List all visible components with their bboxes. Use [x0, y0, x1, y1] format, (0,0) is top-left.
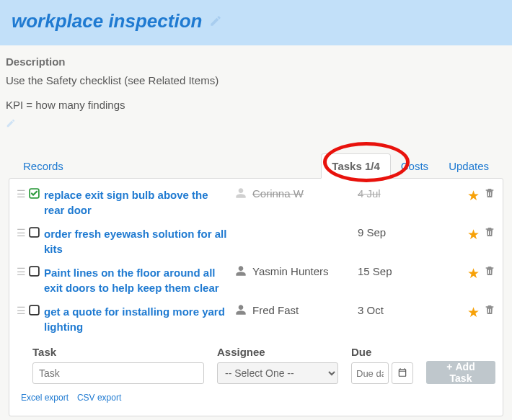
svg-rect-3 [30, 305, 39, 315]
tab-records[interactable]: Records [13, 154, 74, 178]
add-task-form: Task Assignee -- Select One -- Due [17, 339, 495, 384]
task-field-label: Task [32, 346, 204, 358]
task-link[interactable]: replace exit sign bulb above the rear do… [44, 189, 208, 216]
checkbox-checked-icon[interactable] [28, 187, 44, 202]
checkbox-unchecked-icon[interactable] [28, 265, 44, 280]
description-label: Description [6, 55, 506, 68]
trash-icon[interactable] [484, 226, 495, 241]
task-row: ☰ Paint lines on the floor around all ex… [17, 261, 495, 300]
task-row: ☰ get a quote for installing more yard l… [17, 300, 495, 339]
task-row: ☰ replace exit sign bulb above the rear … [17, 183, 495, 222]
add-task-button[interactable]: +Add Task [426, 361, 495, 384]
tab-costs[interactable]: Costs [391, 154, 438, 178]
assignee-name: Yasmin Hunters [252, 265, 329, 277]
due-field-label: Due [351, 346, 413, 358]
tab-tasks[interactable]: Tasks 1/4 [321, 153, 390, 179]
drag-handle-icon[interactable]: ☰ [17, 304, 28, 316]
description-text-2: KPI = how many findings [6, 97, 506, 114]
assignee-field-label: Assignee [217, 346, 338, 358]
tab-updates[interactable]: Updates [438, 154, 499, 178]
due-date: 15 Sep [358, 265, 437, 277]
drag-handle-icon[interactable]: ☰ [17, 187, 28, 199]
due-date-input[interactable] [351, 362, 389, 384]
star-icon[interactable]: ★ [467, 265, 480, 282]
person-icon [235, 187, 247, 201]
plus-icon: + [446, 361, 452, 372]
edit-description-icon[interactable] [6, 118, 506, 130]
person-icon [235, 304, 247, 318]
checkbox-unchecked-icon[interactable] [28, 226, 44, 241]
calendar-icon[interactable] [392, 362, 413, 384]
trash-icon[interactable] [484, 304, 495, 318]
person-icon [235, 265, 247, 279]
excel-export-link[interactable]: Excel export [21, 393, 69, 403]
page-title: workplace inspection [12, 10, 202, 32]
description-text-1: Use the Safety checklist (see Related It… [6, 72, 506, 89]
task-input[interactable] [32, 362, 204, 384]
star-icon[interactable]: ★ [467, 304, 480, 321]
trash-icon[interactable] [484, 265, 495, 280]
due-date: 4 Jul [358, 187, 437, 200]
csv-export-link[interactable]: CSV export [77, 393, 121, 403]
task-row: ☰ order fresh eyewash solution for all k… [17, 222, 495, 261]
due-date: 3 Oct [358, 304, 437, 316]
checkbox-unchecked-icon[interactable] [28, 304, 44, 318]
task-link[interactable]: get a quote for installing more yard lig… [44, 305, 225, 333]
tasks-panel: ☰ replace exit sign bulb above the rear … [9, 178, 503, 416]
star-icon[interactable]: ★ [467, 187, 480, 204]
drag-handle-icon[interactable]: ☰ [17, 265, 28, 277]
assignee-name: Corinna W [252, 187, 304, 200]
task-link[interactable]: order fresh eyewash solution for all kit… [44, 228, 226, 255]
assignee-select[interactable]: -- Select One -- [217, 362, 338, 384]
assignee-name: Fred Fast [252, 304, 299, 316]
svg-rect-2 [30, 267, 39, 276]
due-date: 9 Sep [358, 226, 437, 238]
task-link[interactable]: Paint lines on the floor around all exit… [44, 267, 219, 294]
svg-rect-1 [30, 228, 39, 237]
drag-handle-icon[interactable]: ☰ [17, 226, 28, 238]
edit-title-icon[interactable] [209, 18, 222, 30]
star-icon[interactable]: ★ [467, 226, 480, 243]
trash-icon[interactable] [484, 187, 495, 202]
